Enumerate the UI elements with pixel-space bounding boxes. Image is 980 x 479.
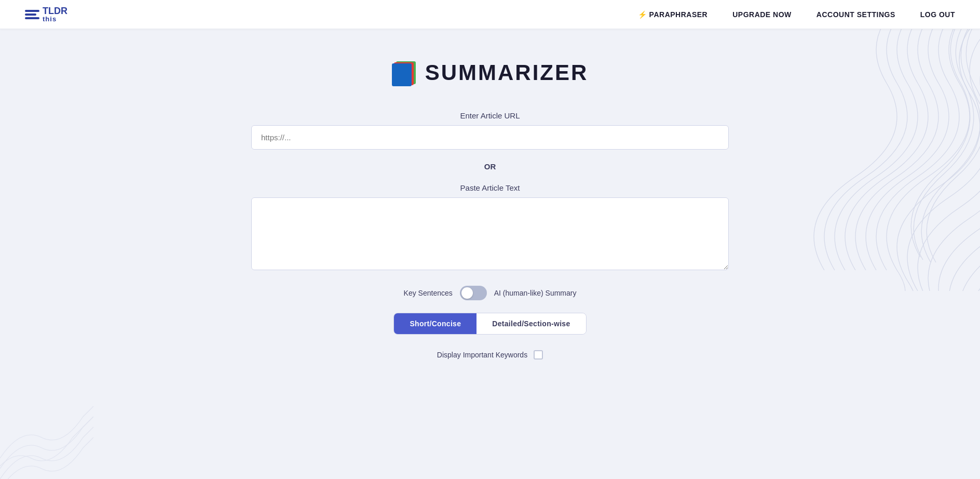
summarizer-icon (392, 60, 417, 85)
logo-link[interactable]: TLDR this (25, 6, 67, 22)
form-container: Enter Article URL OR Paste Article Text … (251, 111, 729, 360)
logo-this: this (43, 16, 67, 22)
main-content: SUMMARIZER Enter Article URL OR Paste Ar… (0, 29, 980, 380)
page-title-container: SUMMARIZER (392, 60, 589, 85)
paraphraser-label: PARAPHRASER (649, 10, 708, 19)
mode-short-button[interactable]: Short/Concise (394, 313, 477, 334)
url-label: Enter Article URL (251, 111, 729, 120)
nav-account[interactable]: ACCOUNT SETTINGS (816, 10, 895, 19)
toggle-slider (460, 286, 487, 300)
logo-icon (25, 10, 39, 19)
paraphraser-icon: ⚡ (638, 10, 647, 19)
mode-buttons: Short/Concise Detailed/Section-wise (393, 313, 586, 335)
nav-paraphraser[interactable]: ⚡ PARAPHRASER (638, 10, 707, 19)
toggle-row: Key Sentences AI (human-like) Summary (404, 286, 577, 300)
article-textarea[interactable] (251, 197, 729, 270)
logo-line-2 (25, 14, 36, 16)
logo-line-3 (25, 17, 39, 19)
text-area-label: Paste Article Text (251, 183, 729, 192)
page-title: SUMMARIZER (425, 60, 589, 85)
or-divider: OR (484, 162, 496, 171)
summary-toggle[interactable] (460, 286, 487, 300)
logo-line-1 (25, 10, 39, 12)
navbar: TLDR this ⚡ PARAPHRASER UPGRADE NOW ACCO… (0, 0, 980, 29)
book-front (392, 63, 412, 86)
nav-upgrade[interactable]: UPGRADE NOW (732, 10, 792, 19)
url-input[interactable] (251, 125, 729, 150)
navbar-nav: ⚡ PARAPHRASER UPGRADE NOW ACCOUNT SETTIN… (638, 10, 955, 19)
toggle-left-label: Key Sentences (404, 289, 453, 297)
keywords-checkbox[interactable] (534, 350, 543, 360)
nav-logout[interactable]: LOG OUT (920, 10, 955, 19)
toggle-right-label: AI (human-like) Summary (494, 289, 577, 297)
logo-tldr: TLDR (43, 6, 67, 16)
keywords-row: Display Important Keywords (437, 350, 543, 360)
logo-text: TLDR this (43, 6, 67, 22)
keywords-label: Display Important Keywords (437, 351, 527, 359)
mode-detailed-button[interactable]: Detailed/Section-wise (477, 313, 586, 334)
